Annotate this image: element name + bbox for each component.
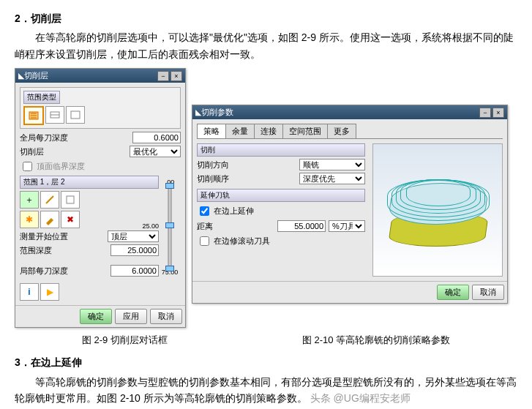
titlebar[interactable]: ◣ 切削参数 − × <box>192 105 507 119</box>
distance-unit-select[interactable]: %刀具 <box>329 220 365 232</box>
cancel-button[interactable]: 取消 <box>472 285 504 300</box>
section-3-title: 在边上延伸 <box>31 356 82 368</box>
range-mode-3-icon[interactable] <box>66 106 85 124</box>
cancel-button[interactable]: 取消 <box>150 309 182 324</box>
wrench-icon[interactable] <box>40 211 59 228</box>
paragraph-2: 等高轮廓铣的切削参数与型腔铣的切削参数基本相同，有部分选项是型腔铣所没有的，另外… <box>15 374 517 407</box>
info-icon[interactable]: i <box>20 283 39 301</box>
measure-start-label: 测量开始位置 <box>20 231 105 242</box>
cut-dir-label: 切削方向 <box>197 160 296 170</box>
slider-mid-val: 25.00 <box>142 222 159 230</box>
minimize-icon[interactable]: − <box>157 71 169 81</box>
cut-order-select[interactable]: 深度优先 <box>299 173 365 184</box>
measure-start-select[interactable]: 顶层 <box>108 230 159 242</box>
slider-thumb-top[interactable] <box>165 183 174 189</box>
cut-order-label: 切削顺序 <box>197 173 296 184</box>
roll-edge-label: 在边修滚动刀具 <box>214 236 270 247</box>
tab-strategy[interactable]: 策略 <box>197 124 226 138</box>
pin-icon[interactable]: ◣ <box>18 71 24 80</box>
extend-header: 延伸刀轨 <box>197 189 365 202</box>
range-type-group: 范围类型 <box>20 87 181 129</box>
dialog-title: 切削层 <box>24 70 48 81</box>
tab-more[interactable]: 更多 <box>327 124 356 138</box>
extend-edge-checkbox[interactable] <box>200 206 209 216</box>
caption-2: 图 2-10 等高轮廓铣的切削策略参数 <box>302 334 450 347</box>
cut-header: 切削 <box>197 143 365 157</box>
range-depth-input[interactable] <box>110 244 159 256</box>
top-critical-checkbox[interactable] <box>23 162 32 171</box>
distance-input[interactable] <box>277 220 326 232</box>
extend-edge-label: 在边上延伸 <box>214 206 254 217</box>
cut-params-dialog: ◣ 切削参数 − × 策略 余量 连接 空间范围 更多 切削 切削方向顺铣 切削… <box>192 105 508 304</box>
cut-layer-select[interactable]: 最优化 <box>130 146 181 157</box>
roll-edge-checkbox[interactable] <box>200 236 209 246</box>
tool-icon-1[interactable] <box>40 191 59 209</box>
play-icon[interactable]: ▶ <box>40 283 59 301</box>
global-depth-label: 全局每刀深度 <box>20 132 130 143</box>
range-type-label: 范围类型 <box>23 91 60 104</box>
apply-button[interactable]: 应用 <box>115 309 147 324</box>
local-depth-input[interactable] <box>110 265 159 277</box>
cut-layer-label: 切削层 <box>20 146 127 157</box>
section-2-title: 切削层 <box>31 12 61 24</box>
ok-button[interactable]: 确定 <box>80 309 112 324</box>
titlebar[interactable]: ◣ 切削层 − × <box>15 69 185 83</box>
range-mode-2-icon[interactable] <box>45 106 64 124</box>
dialog-title: 切削参数 <box>201 107 233 118</box>
watermark: 头条 @UG编程安老师 <box>310 392 411 404</box>
ok-button[interactable]: 确定 <box>437 285 469 300</box>
star-icon[interactable]: ✱ <box>20 211 39 228</box>
tabs: 策略 余量 连接 空间范围 更多 <box>197 124 503 139</box>
slider-thumb-mid[interactable] <box>165 222 174 228</box>
minimize-icon[interactable]: − <box>479 108 491 118</box>
cut-dir-select[interactable]: 顺铣 <box>299 159 365 170</box>
cut-layer-dialog: ◣ 切削层 − × 范围类型 全局每刀深度 切削层最优化 顶面临界深度 范围 1… <box>15 68 186 328</box>
delete-icon[interactable]: ✖ <box>61 211 80 228</box>
caption-1: 图 2-9 切削层对话框 <box>82 334 168 347</box>
tab-space[interactable]: 空间范围 <box>282 124 328 138</box>
close-icon[interactable]: × <box>171 71 182 81</box>
pin-icon[interactable]: ◣ <box>195 108 201 117</box>
range-depth-label: 范围深度 <box>20 245 108 256</box>
section-3-num: 3． <box>15 356 31 368</box>
svg-rect-3 <box>67 196 74 203</box>
local-depth-label: 局部每刀深度 <box>20 266 108 277</box>
tab-connect[interactable]: 连接 <box>254 124 283 138</box>
tool-icon-2[interactable] <box>61 191 80 209</box>
add-range-icon[interactable]: ＋ <box>20 191 39 209</box>
distance-label: 距离 <box>197 221 274 232</box>
tab-allowance[interactable]: 余量 <box>225 124 255 138</box>
svg-rect-2 <box>71 111 80 119</box>
global-depth-input[interactable] <box>132 132 181 143</box>
range-header: 范围 1，层 2 <box>20 176 159 189</box>
preview-3d[interactable] <box>372 143 503 277</box>
paragraph-1: 在等高轮廓的切削层选项中，可以选择"最优化"选项，如图 2-9 所示。使用这一选… <box>15 29 517 62</box>
close-icon[interactable]: × <box>492 108 504 118</box>
slider-thumb-bot[interactable] <box>165 266 174 271</box>
range-mode-1-icon[interactable] <box>23 106 44 125</box>
depth-slider[interactable]: .00 25.00 75.00 <box>159 176 181 279</box>
section-2-num: 2． <box>15 12 31 24</box>
top-critical-label: 顶面临界深度 <box>37 161 85 172</box>
